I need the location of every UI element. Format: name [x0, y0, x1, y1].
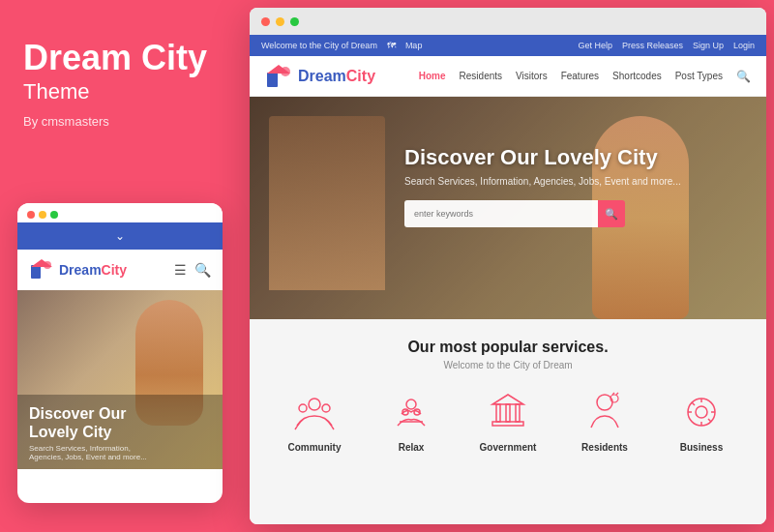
browser-window-controls — [250, 8, 766, 35]
svg-rect-13 — [496, 404, 500, 422]
website-topbar: Welcome to the City of Dream 🗺 Map Get H… — [250, 35, 766, 56]
svg-point-7 — [299, 404, 307, 412]
service-icon-relax — [389, 390, 433, 434]
mobile-logo-icon — [29, 257, 54, 282]
topbar-sign-up[interactable]: Sign Up — [693, 41, 724, 50]
svg-line-20 — [616, 393, 618, 395]
svg-point-9 — [406, 399, 416, 409]
nav-link-residents[interactable]: Residents — [460, 71, 502, 81]
svg-rect-16 — [492, 422, 523, 426]
service-label-business: Business — [680, 442, 723, 453]
nav-link-post-types[interactable]: Post Types — [675, 71, 723, 81]
topbar-get-help[interactable]: Get Help — [578, 41, 612, 50]
svg-point-2 — [44, 261, 51, 269]
hero-building — [269, 116, 385, 290]
service-item-community: Community — [281, 390, 348, 453]
service-label-relax: Relax — [399, 442, 425, 453]
website-logo-icon — [265, 63, 292, 90]
svg-line-28 — [708, 419, 711, 422]
topbar-right: Get Help Press Releases Sign Up Login — [578, 41, 755, 50]
mobile-dot-yellow — [39, 211, 46, 219]
topbar-welcome: Welcome to the City of Dream — [261, 41, 377, 50]
service-item-government: Government — [474, 390, 542, 453]
relax-icon-svg — [390, 391, 432, 433]
hero-search-button[interactable]: 🔍 — [598, 200, 625, 227]
service-item-relax: Relax — [377, 390, 445, 453]
mobile-blue-bar: ⌄ — [17, 222, 223, 250]
mobile-dot-green — [50, 211, 58, 219]
residents-icon-svg — [583, 391, 626, 433]
hero-search-input[interactable] — [404, 200, 598, 227]
service-item-residents: Residents — [571, 390, 639, 453]
mobile-hero: Discover OurLovely City Search Services,… — [17, 290, 223, 469]
services-grid: Community Relax — [265, 390, 751, 453]
mobile-window-controls — [17, 203, 223, 222]
hero-subtitle: Search Services, Information, Agencies, … — [404, 176, 681, 187]
browser-dot-yellow — [276, 17, 284, 26]
government-icon-svg — [487, 391, 529, 433]
browser-dot-red — [261, 17, 270, 26]
service-icon-residents — [582, 390, 627, 434]
browser-mockup: Welcome to the City of Dream 🗺 Map Get H… — [250, 8, 766, 524]
mobile-hero-subtitle: Search Services, Information,Agencies, J… — [29, 444, 211, 461]
theme-title: Dream City Theme — [23, 39, 217, 104]
mobile-preview-card: ⌄ DreamCity ☰ 🔍 Discover OurLovely — [17, 203, 223, 503]
svg-line-27 — [692, 402, 695, 405]
mobile-dot-red — [27, 211, 35, 219]
service-icon-business — [679, 390, 724, 434]
svg-point-8 — [322, 404, 330, 412]
service-item-business: Business — [668, 390, 735, 453]
mobile-search-icon: 🔍 — [194, 262, 211, 278]
service-icon-community — [292, 390, 337, 434]
website-logo: DreamCity — [265, 63, 375, 90]
nav-link-home[interactable]: Home — [419, 71, 446, 81]
mobile-hero-overlay: Discover OurLovely City Search Services,… — [17, 395, 223, 469]
website-hero: Discover Our Lovely City Search Services… — [250, 97, 766, 319]
mobile-dots — [27, 211, 58, 219]
topbar-map-label: Map — [405, 41, 423, 50]
svg-rect-15 — [516, 404, 520, 422]
topbar-login[interactable]: Login — [733, 41, 755, 50]
hero-search-bar: 🔍 — [404, 200, 681, 227]
community-icon-svg — [293, 391, 336, 433]
svg-point-17 — [597, 395, 612, 410]
svg-rect-0 — [31, 265, 41, 279]
mobile-menu-icon: ☰ — [174, 262, 187, 278]
services-subtitle: Welcome to the City of Dream — [265, 360, 751, 370]
website-services: Our most popular services. Welcome to th… — [250, 319, 766, 524]
website-navbar: DreamCity Home Residents Visitors Featur… — [250, 56, 766, 97]
mobile-logo-text: DreamCity — [59, 262, 127, 278]
author-label: By cmsmasters — [23, 114, 217, 129]
mobile-nav-icons: ☰ 🔍 — [174, 262, 211, 278]
service-label-government: Government — [480, 442, 537, 453]
svg-point-6 — [309, 399, 320, 410]
nav-link-shortcodes[interactable]: Shortcodes — [612, 71, 662, 81]
svg-marker-12 — [492, 395, 523, 404]
mobile-logo: DreamCity — [29, 257, 127, 282]
topbar-press-releases[interactable]: Press Releases — [622, 41, 683, 50]
service-icon-government — [486, 390, 530, 434]
navbar-search-icon[interactable]: 🔍 — [736, 70, 751, 83]
svg-point-5 — [281, 67, 290, 76]
svg-rect-14 — [506, 404, 510, 422]
mobile-navbar: DreamCity ☰ 🔍 — [17, 250, 223, 290]
topbar-left: Welcome to the City of Dream 🗺 Map — [261, 41, 422, 50]
website-logo-dream: DreamCity — [298, 68, 375, 85]
hero-title: Discover Our Lovely City — [404, 145, 681, 170]
left-panel: Dream City Theme By cmsmasters ⌄ Dr — [0, 0, 240, 532]
hero-content: Discover Our Lovely City Search Services… — [404, 145, 681, 227]
service-label-community: Community — [288, 442, 342, 453]
svg-rect-3 — [267, 73, 278, 87]
business-icon-svg — [680, 391, 723, 433]
service-label-residents: Residents — [581, 442, 628, 453]
nav-link-features[interactable]: Features — [561, 71, 599, 81]
svg-point-22 — [696, 406, 707, 418]
topbar-map-icon: 🗺 — [387, 41, 396, 50]
mobile-hero-title: Discover OurLovely City — [29, 404, 211, 441]
nav-link-visitors[interactable]: Visitors — [516, 71, 548, 81]
mobile-chevron-icon: ⌄ — [115, 229, 125, 243]
services-title: Our most popular services. — [265, 339, 751, 356]
browser-dot-green — [290, 17, 299, 26]
website-nav: Home Residents Visitors Features Shortco… — [419, 70, 751, 83]
